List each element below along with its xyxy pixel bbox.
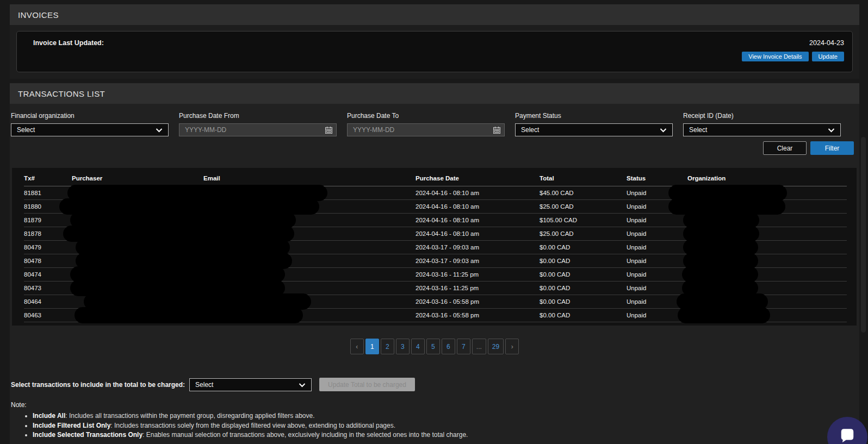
- cell-status: Unpaid: [627, 285, 687, 291]
- pagination-page-29[interactable]: 29: [488, 339, 504, 354]
- receipt-id-select[interactable]: Select: [683, 123, 841, 136]
- cell-tx: 81879: [24, 217, 72, 223]
- invoices-section-body: Invoice Last Updated: 2024-04-23 View In…: [10, 25, 859, 79]
- chevron-down-icon: [828, 125, 835, 135]
- cell-total: $0.00 CAD: [540, 244, 627, 251]
- purchase-date-to-label: Purchase Date To: [347, 112, 505, 120]
- cell-total: $105.00 CAD: [540, 217, 627, 223]
- chevron-down-icon: [299, 380, 306, 390]
- cell-tx: 80479: [24, 244, 72, 251]
- cell-tx: 80463: [24, 312, 72, 318]
- cell-total: $25.00 CAD: [540, 203, 627, 210]
- update-invoice-button[interactable]: Update: [812, 52, 844, 61]
- note-item: Include All: Includes all transactions w…: [33, 412, 858, 420]
- calendar-icon[interactable]: [325, 126, 332, 136]
- chevron-down-icon: [156, 125, 163, 135]
- cell-tx: 81881: [24, 190, 72, 196]
- update-total-button[interactable]: Update Total to be charged: [319, 378, 415, 391]
- clear-button[interactable]: Clear: [763, 141, 807, 155]
- transactions-table: Tx# Purchaser Email Purchase Date Total …: [12, 168, 857, 326]
- column-header-purchaser: Purchaser: [72, 175, 203, 182]
- receipt-id-select-value: Select: [689, 126, 707, 134]
- pagination-nav-next[interactable]: ›: [505, 339, 519, 354]
- cell-purchase-date: 2024-03-16 - 11:25 pm: [416, 285, 540, 291]
- charge-include-select[interactable]: Select: [189, 378, 312, 391]
- charge-include-select-value: Select: [195, 381, 213, 389]
- pagination-page-3[interactable]: 3: [396, 339, 410, 354]
- receipt-id-label: Receipt ID (Date): [683, 112, 841, 120]
- column-header-status: Status: [627, 175, 687, 182]
- pagination-page-1[interactable]: 1: [365, 339, 379, 354]
- cell-status: Unpaid: [627, 217, 687, 223]
- column-header-organization: Organization: [687, 175, 847, 182]
- cell-status: Unpaid: [627, 244, 687, 251]
- redacted-organization: [678, 307, 770, 323]
- invoice-last-updated-date: 2024-04-23: [809, 39, 844, 47]
- cell-status: Unpaid: [627, 258, 687, 264]
- cell-tx: 80473: [24, 285, 72, 291]
- cell-total: $45.00 CAD: [540, 190, 627, 196]
- cell-total: $0.00 CAD: [540, 271, 627, 278]
- pagination-page-5[interactable]: 5: [426, 339, 440, 354]
- cell-total: $0.00 CAD: [540, 258, 627, 264]
- payment-status-select[interactable]: Select: [515, 123, 673, 136]
- financial-organization-select[interactable]: Select: [11, 123, 169, 136]
- note-item: Include Filtered List Only: Includes tra…: [33, 422, 858, 429]
- transactions-section-header: TRANSACTIONS LIST: [10, 83, 859, 104]
- cell-purchase-date: 2024-04-16 - 08:10 am: [416, 190, 540, 196]
- cell-status: Unpaid: [627, 230, 687, 237]
- cell-status: Unpaid: [627, 271, 687, 278]
- cell-purchase-date: 2024-03-16 - 11:25 pm: [416, 271, 540, 278]
- purchase-date-from-label: Purchase Date From: [179, 112, 337, 120]
- charge-controls: Select transactions to include in the to…: [11, 378, 858, 391]
- note-item: Include Selected Transactions Only: Enab…: [33, 431, 858, 439]
- table-row: 804632024-03-16 - 05:58 pm$0.00 CADUnpai…: [24, 309, 847, 322]
- main-content: INVOICES Invoice Last Updated: 2024-04-2…: [10, 0, 859, 444]
- column-header-purchase-date: Purchase Date: [416, 175, 540, 182]
- financial-organization-label: Financial organization: [11, 112, 169, 120]
- cell-total: $25.00 CAD: [540, 230, 627, 237]
- pagination-page-4[interactable]: 4: [411, 339, 425, 354]
- purchase-date-to-input[interactable]: [347, 123, 505, 136]
- cell-total: $0.00 CAD: [540, 312, 627, 318]
- cell-tx: 80474: [24, 271, 72, 278]
- cell-purchase-date: 2024-03-17 - 09:03 am: [416, 258, 540, 264]
- view-invoice-details-button[interactable]: View Invoice Details: [742, 52, 808, 61]
- transactions-section-body: Financial organization Select Purchase D…: [10, 104, 859, 444]
- pagination-nav-prev[interactable]: ‹: [350, 339, 364, 354]
- cell-purchase-date: 2024-03-17 - 09:03 am: [416, 244, 540, 251]
- cell-total: $0.00 CAD: [540, 298, 627, 305]
- pagination-ellipsis: ...: [472, 339, 486, 354]
- note-section: Note: Include All: Includes all transact…: [11, 401, 858, 439]
- scrollbar-thumb[interactable]: [861, 137, 866, 333]
- cell-tx: 80464: [24, 298, 72, 305]
- calendar-icon[interactable]: [493, 126, 500, 136]
- filters-row: Financial organization Select Purchase D…: [11, 104, 858, 136]
- pagination-page-2[interactable]: 2: [381, 339, 394, 354]
- charge-select-label: Select transactions to include in the to…: [11, 381, 185, 389]
- invoice-panel: Invoice Last Updated: 2024-04-23 View In…: [16, 31, 853, 72]
- pagination-page-7[interactable]: 7: [457, 339, 470, 354]
- invoices-title: INVOICES: [18, 10, 59, 20]
- purchase-date-from-input[interactable]: [179, 123, 337, 136]
- table-header-row: Tx# Purchaser Email Purchase Date Total …: [24, 170, 847, 186]
- pagination: ‹1234567...29›: [11, 339, 858, 354]
- cell-purchase-date: 2024-03-16 - 05:58 pm: [416, 312, 540, 318]
- page-scrollbar[interactable]: [860, 0, 866, 444]
- invoices-section-header: INVOICES: [10, 4, 859, 25]
- chevron-down-icon: [660, 125, 667, 135]
- filter-button[interactable]: Filter: [810, 141, 854, 155]
- payment-status-label: Payment Status: [515, 112, 673, 120]
- note-heading: Note:: [11, 401, 858, 409]
- transactions-title: TRANSACTIONS LIST: [18, 89, 105, 98]
- column-header-tx: Tx#: [24, 175, 72, 182]
- invoice-last-updated-label: Invoice Last Updated:: [33, 39, 104, 47]
- cell-purchase-date: 2024-03-16 - 05:58 pm: [416, 298, 540, 305]
- pagination-page-6[interactable]: 6: [442, 339, 455, 354]
- redacted-purchaser-email: [75, 307, 303, 323]
- cell-purchase-date: 2024-04-16 - 08:10 am: [416, 230, 540, 237]
- chat-bubble-icon: [838, 426, 857, 444]
- cell-total: $0.00 CAD: [540, 285, 627, 291]
- cell-purchase-date: 2024-04-16 - 08:10 am: [416, 217, 540, 223]
- cell-tx: 80478: [24, 258, 72, 264]
